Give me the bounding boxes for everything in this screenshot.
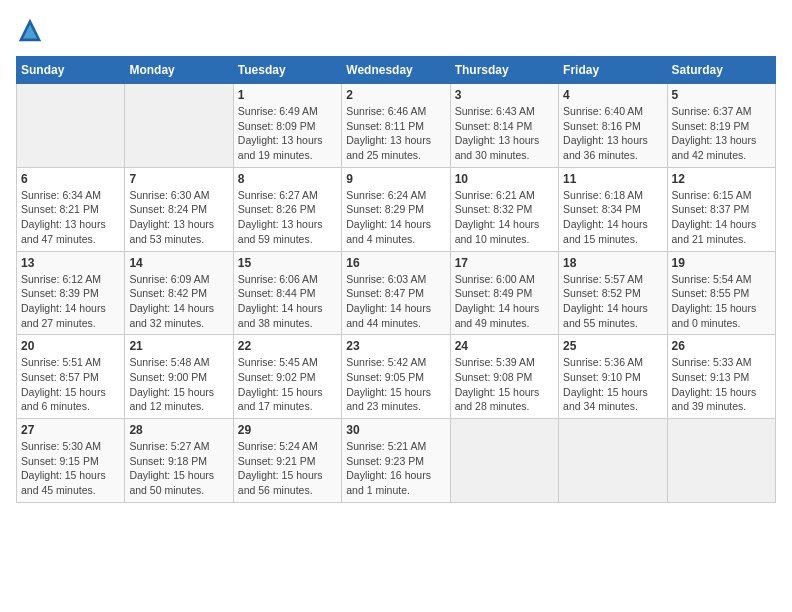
calendar-cell: 22Sunrise: 5:45 AM Sunset: 9:02 PM Dayli… [233,335,341,419]
weekday-header: Monday [125,57,233,84]
calendar-cell: 27Sunrise: 5:30 AM Sunset: 9:15 PM Dayli… [17,419,125,503]
calendar-cell: 24Sunrise: 5:39 AM Sunset: 9:08 PM Dayli… [450,335,558,419]
day-number: 5 [672,88,771,102]
calendar-cell: 30Sunrise: 5:21 AM Sunset: 9:23 PM Dayli… [342,419,450,503]
weekday-header: Friday [559,57,667,84]
day-number: 18 [563,256,662,270]
calendar-week-row: 1Sunrise: 6:49 AM Sunset: 8:09 PM Daylig… [17,84,776,168]
calendar-cell: 9Sunrise: 6:24 AM Sunset: 8:29 PM Daylig… [342,167,450,251]
day-info: Sunrise: 6:12 AM Sunset: 8:39 PM Dayligh… [21,272,120,331]
calendar-cell [125,84,233,168]
logo-icon [16,16,44,44]
day-info: Sunrise: 6:21 AM Sunset: 8:32 PM Dayligh… [455,188,554,247]
calendar-cell: 23Sunrise: 5:42 AM Sunset: 9:05 PM Dayli… [342,335,450,419]
calendar-cell: 17Sunrise: 6:00 AM Sunset: 8:49 PM Dayli… [450,251,558,335]
day-info: Sunrise: 6:18 AM Sunset: 8:34 PM Dayligh… [563,188,662,247]
day-info: Sunrise: 5:21 AM Sunset: 9:23 PM Dayligh… [346,439,445,498]
day-info: Sunrise: 6:30 AM Sunset: 8:24 PM Dayligh… [129,188,228,247]
day-number: 13 [21,256,120,270]
calendar-cell: 8Sunrise: 6:27 AM Sunset: 8:26 PM Daylig… [233,167,341,251]
day-info: Sunrise: 6:09 AM Sunset: 8:42 PM Dayligh… [129,272,228,331]
day-info: Sunrise: 6:49 AM Sunset: 8:09 PM Dayligh… [238,104,337,163]
calendar-cell: 26Sunrise: 5:33 AM Sunset: 9:13 PM Dayli… [667,335,775,419]
page-header [16,16,776,44]
calendar-cell: 21Sunrise: 5:48 AM Sunset: 9:00 PM Dayli… [125,335,233,419]
day-info: Sunrise: 6:06 AM Sunset: 8:44 PM Dayligh… [238,272,337,331]
calendar-week-row: 27Sunrise: 5:30 AM Sunset: 9:15 PM Dayli… [17,419,776,503]
calendar-cell [667,419,775,503]
day-number: 7 [129,172,228,186]
calendar-cell: 7Sunrise: 6:30 AM Sunset: 8:24 PM Daylig… [125,167,233,251]
calendar-week-row: 20Sunrise: 5:51 AM Sunset: 8:57 PM Dayli… [17,335,776,419]
day-number: 21 [129,339,228,353]
day-number: 12 [672,172,771,186]
calendar-cell: 14Sunrise: 6:09 AM Sunset: 8:42 PM Dayli… [125,251,233,335]
day-number: 10 [455,172,554,186]
day-number: 3 [455,88,554,102]
day-number: 24 [455,339,554,353]
calendar-week-row: 6Sunrise: 6:34 AM Sunset: 8:21 PM Daylig… [17,167,776,251]
calendar-cell: 11Sunrise: 6:18 AM Sunset: 8:34 PM Dayli… [559,167,667,251]
day-number: 11 [563,172,662,186]
calendar-cell: 16Sunrise: 6:03 AM Sunset: 8:47 PM Dayli… [342,251,450,335]
day-number: 4 [563,88,662,102]
day-number: 23 [346,339,445,353]
day-number: 30 [346,423,445,437]
day-info: Sunrise: 6:37 AM Sunset: 8:19 PM Dayligh… [672,104,771,163]
weekday-header-row: SundayMondayTuesdayWednesdayThursdayFrid… [17,57,776,84]
calendar-cell: 12Sunrise: 6:15 AM Sunset: 8:37 PM Dayli… [667,167,775,251]
calendar-cell [559,419,667,503]
weekday-header: Sunday [17,57,125,84]
day-info: Sunrise: 6:43 AM Sunset: 8:14 PM Dayligh… [455,104,554,163]
day-info: Sunrise: 5:45 AM Sunset: 9:02 PM Dayligh… [238,355,337,414]
calendar-cell: 29Sunrise: 5:24 AM Sunset: 9:21 PM Dayli… [233,419,341,503]
day-info: Sunrise: 5:48 AM Sunset: 9:00 PM Dayligh… [129,355,228,414]
day-number: 28 [129,423,228,437]
day-info: Sunrise: 6:40 AM Sunset: 8:16 PM Dayligh… [563,104,662,163]
day-info: Sunrise: 5:39 AM Sunset: 9:08 PM Dayligh… [455,355,554,414]
day-info: Sunrise: 5:36 AM Sunset: 9:10 PM Dayligh… [563,355,662,414]
calendar-table: SundayMondayTuesdayWednesdayThursdayFrid… [16,56,776,503]
day-number: 25 [563,339,662,353]
calendar-week-row: 13Sunrise: 6:12 AM Sunset: 8:39 PM Dayli… [17,251,776,335]
weekday-header: Tuesday [233,57,341,84]
day-info: Sunrise: 5:54 AM Sunset: 8:55 PM Dayligh… [672,272,771,331]
day-info: Sunrise: 6:46 AM Sunset: 8:11 PM Dayligh… [346,104,445,163]
day-info: Sunrise: 5:51 AM Sunset: 8:57 PM Dayligh… [21,355,120,414]
day-number: 17 [455,256,554,270]
day-number: 8 [238,172,337,186]
calendar-cell: 3Sunrise: 6:43 AM Sunset: 8:14 PM Daylig… [450,84,558,168]
day-number: 19 [672,256,771,270]
day-number: 16 [346,256,445,270]
calendar-cell: 28Sunrise: 5:27 AM Sunset: 9:18 PM Dayli… [125,419,233,503]
weekday-header: Saturday [667,57,775,84]
day-number: 14 [129,256,228,270]
day-info: Sunrise: 5:24 AM Sunset: 9:21 PM Dayligh… [238,439,337,498]
day-number: 26 [672,339,771,353]
day-info: Sunrise: 5:42 AM Sunset: 9:05 PM Dayligh… [346,355,445,414]
calendar-cell: 4Sunrise: 6:40 AM Sunset: 8:16 PM Daylig… [559,84,667,168]
calendar-cell [450,419,558,503]
day-info: Sunrise: 6:34 AM Sunset: 8:21 PM Dayligh… [21,188,120,247]
day-info: Sunrise: 6:00 AM Sunset: 8:49 PM Dayligh… [455,272,554,331]
calendar-cell: 5Sunrise: 6:37 AM Sunset: 8:19 PM Daylig… [667,84,775,168]
day-number: 9 [346,172,445,186]
day-number: 27 [21,423,120,437]
calendar-cell: 15Sunrise: 6:06 AM Sunset: 8:44 PM Dayli… [233,251,341,335]
logo [16,16,48,44]
calendar-cell: 19Sunrise: 5:54 AM Sunset: 8:55 PM Dayli… [667,251,775,335]
day-info: Sunrise: 5:27 AM Sunset: 9:18 PM Dayligh… [129,439,228,498]
calendar-cell: 1Sunrise: 6:49 AM Sunset: 8:09 PM Daylig… [233,84,341,168]
day-info: Sunrise: 6:15 AM Sunset: 8:37 PM Dayligh… [672,188,771,247]
calendar-cell: 20Sunrise: 5:51 AM Sunset: 8:57 PM Dayli… [17,335,125,419]
calendar-cell: 2Sunrise: 6:46 AM Sunset: 8:11 PM Daylig… [342,84,450,168]
day-number: 22 [238,339,337,353]
day-info: Sunrise: 6:24 AM Sunset: 8:29 PM Dayligh… [346,188,445,247]
day-info: Sunrise: 6:03 AM Sunset: 8:47 PM Dayligh… [346,272,445,331]
day-number: 1 [238,88,337,102]
calendar-cell: 10Sunrise: 6:21 AM Sunset: 8:32 PM Dayli… [450,167,558,251]
calendar-cell: 25Sunrise: 5:36 AM Sunset: 9:10 PM Dayli… [559,335,667,419]
day-number: 29 [238,423,337,437]
day-number: 6 [21,172,120,186]
day-info: Sunrise: 5:33 AM Sunset: 9:13 PM Dayligh… [672,355,771,414]
